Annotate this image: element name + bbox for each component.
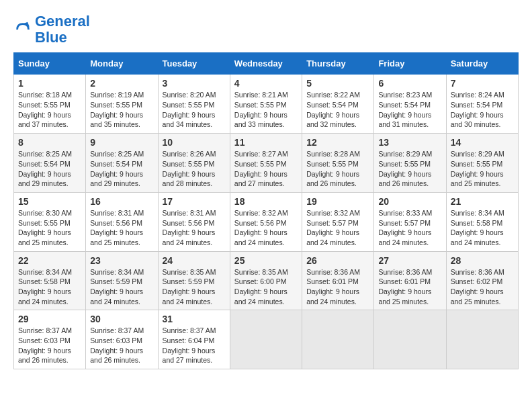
day-number: 8 bbox=[18, 137, 81, 148]
day-number: 20 bbox=[378, 196, 441, 207]
day-info: Sunrise: 8:36 AM Sunset: 6:01 PM Dayligh… bbox=[378, 267, 441, 307]
logo: General Blue bbox=[13, 13, 90, 46]
day-info: Sunrise: 8:26 AM Sunset: 5:55 PM Dayligh… bbox=[163, 149, 226, 189]
day-number: 29 bbox=[18, 314, 81, 324]
day-info: Sunrise: 8:34 AM Sunset: 5:58 PM Dayligh… bbox=[18, 267, 81, 307]
weekday-header: Thursday bbox=[302, 53, 374, 75]
calendar-day-cell: 1 Sunrise: 8:18 AM Sunset: 5:55 PM Dayli… bbox=[14, 75, 86, 134]
day-info: Sunrise: 8:22 AM Sunset: 5:54 PM Dayligh… bbox=[306, 90, 369, 130]
day-info: Sunrise: 8:36 AM Sunset: 6:02 PM Dayligh… bbox=[451, 267, 514, 307]
weekday-header: Sunday bbox=[14, 53, 86, 75]
weekday-header-row: SundayMondayTuesdayWednesdayThursdayFrid… bbox=[14, 53, 519, 75]
day-number: 18 bbox=[234, 196, 298, 207]
calendar-day-cell: 25 Sunrise: 8:35 AM Sunset: 6:00 PM Dayl… bbox=[230, 251, 302, 310]
calendar-day-cell: 29 Sunrise: 8:37 AM Sunset: 6:03 PM Dayl… bbox=[14, 310, 86, 369]
day-info: Sunrise: 8:21 AM Sunset: 5:55 PM Dayligh… bbox=[234, 90, 298, 130]
day-info: Sunrise: 8:32 AM Sunset: 5:57 PM Dayligh… bbox=[306, 208, 369, 248]
day-info: Sunrise: 8:20 AM Sunset: 5:55 PM Dayligh… bbox=[163, 90, 226, 130]
day-number: 7 bbox=[451, 78, 514, 89]
day-number: 26 bbox=[306, 255, 369, 266]
day-info: Sunrise: 8:31 AM Sunset: 5:56 PM Dayligh… bbox=[163, 208, 226, 248]
calendar-day-cell: 14 Sunrise: 8:29 AM Sunset: 5:55 PM Dayl… bbox=[446, 134, 518, 193]
day-number: 4 bbox=[234, 78, 298, 89]
day-info: Sunrise: 8:34 AM Sunset: 5:58 PM Dayligh… bbox=[451, 208, 514, 248]
day-number: 15 bbox=[18, 196, 81, 207]
day-number: 30 bbox=[90, 314, 153, 324]
day-info: Sunrise: 8:19 AM Sunset: 5:55 PM Dayligh… bbox=[90, 90, 153, 130]
day-info: Sunrise: 8:35 AM Sunset: 5:59 PM Dayligh… bbox=[163, 267, 226, 307]
calendar-day-cell: 20 Sunrise: 8:33 AM Sunset: 5:57 PM Dayl… bbox=[374, 192, 446, 251]
day-info: Sunrise: 8:37 AM Sunset: 6:03 PM Dayligh… bbox=[90, 326, 153, 365]
day-number: 12 bbox=[306, 137, 369, 148]
calendar-day-cell: 16 Sunrise: 8:31 AM Sunset: 5:56 PM Dayl… bbox=[86, 192, 158, 251]
day-info: Sunrise: 8:23 AM Sunset: 5:54 PM Dayligh… bbox=[378, 90, 441, 130]
calendar-day-cell: 13 Sunrise: 8:29 AM Sunset: 5:55 PM Dayl… bbox=[374, 134, 446, 193]
day-number: 13 bbox=[378, 137, 441, 148]
day-number: 11 bbox=[234, 137, 298, 148]
calendar-day-cell: 19 Sunrise: 8:32 AM Sunset: 5:57 PM Dayl… bbox=[302, 192, 374, 251]
day-info: Sunrise: 8:25 AM Sunset: 5:54 PM Dayligh… bbox=[90, 149, 153, 189]
logo-blue: Blue bbox=[35, 29, 67, 46]
day-number: 17 bbox=[163, 196, 226, 207]
calendar-day-cell: 2 Sunrise: 8:19 AM Sunset: 5:55 PM Dayli… bbox=[86, 75, 158, 134]
day-number: 21 bbox=[451, 196, 514, 207]
day-number: 5 bbox=[306, 78, 369, 89]
calendar-day-cell: 27 Sunrise: 8:36 AM Sunset: 6:01 PM Dayl… bbox=[374, 251, 446, 310]
day-number: 31 bbox=[163, 314, 226, 324]
calendar-day-cell: 3 Sunrise: 8:20 AM Sunset: 5:55 PM Dayli… bbox=[158, 75, 230, 134]
calendar-day-cell bbox=[446, 310, 518, 369]
calendar-day-cell: 17 Sunrise: 8:31 AM Sunset: 5:56 PM Dayl… bbox=[158, 192, 230, 251]
day-number: 3 bbox=[163, 78, 226, 89]
day-info: Sunrise: 8:27 AM Sunset: 5:55 PM Dayligh… bbox=[234, 149, 298, 189]
calendar-week-row: 22 Sunrise: 8:34 AM Sunset: 5:58 PM Dayl… bbox=[14, 251, 519, 310]
day-number: 16 bbox=[90, 196, 153, 207]
calendar-week-row: 15 Sunrise: 8:30 AM Sunset: 5:55 PM Dayl… bbox=[14, 192, 519, 251]
day-number: 22 bbox=[18, 255, 81, 266]
calendar-day-cell: 7 Sunrise: 8:24 AM Sunset: 5:54 PM Dayli… bbox=[446, 75, 518, 134]
calendar-day-cell bbox=[230, 310, 302, 369]
calendar-day-cell: 28 Sunrise: 8:36 AM Sunset: 6:02 PM Dayl… bbox=[446, 251, 518, 310]
logo-general: General bbox=[35, 13, 90, 30]
day-info: Sunrise: 8:29 AM Sunset: 5:55 PM Dayligh… bbox=[451, 149, 514, 189]
day-number: 1 bbox=[18, 78, 81, 89]
day-info: Sunrise: 8:32 AM Sunset: 5:56 PM Dayligh… bbox=[234, 208, 298, 248]
weekday-header: Tuesday bbox=[158, 53, 230, 75]
logo-icon bbox=[13, 20, 32, 39]
day-info: Sunrise: 8:24 AM Sunset: 5:54 PM Dayligh… bbox=[451, 90, 514, 130]
calendar-day-cell bbox=[302, 310, 374, 369]
calendar-day-cell: 4 Sunrise: 8:21 AM Sunset: 5:55 PM Dayli… bbox=[230, 75, 302, 134]
weekday-header: Monday bbox=[86, 53, 158, 75]
calendar-day-cell: 22 Sunrise: 8:34 AM Sunset: 5:58 PM Dayl… bbox=[14, 251, 86, 310]
day-info: Sunrise: 8:18 AM Sunset: 5:55 PM Dayligh… bbox=[18, 90, 81, 130]
calendar-day-cell: 26 Sunrise: 8:36 AM Sunset: 6:01 PM Dayl… bbox=[302, 251, 374, 310]
day-info: Sunrise: 8:29 AM Sunset: 5:55 PM Dayligh… bbox=[378, 149, 441, 189]
day-number: 6 bbox=[378, 78, 441, 89]
calendar-day-cell: 15 Sunrise: 8:30 AM Sunset: 5:55 PM Dayl… bbox=[14, 192, 86, 251]
calendar-day-cell: 9 Sunrise: 8:25 AM Sunset: 5:54 PM Dayli… bbox=[86, 134, 158, 193]
weekday-header: Wednesday bbox=[230, 53, 302, 75]
day-number: 28 bbox=[451, 255, 514, 266]
day-info: Sunrise: 8:35 AM Sunset: 6:00 PM Dayligh… bbox=[234, 267, 298, 307]
calendar-day-cell: 6 Sunrise: 8:23 AM Sunset: 5:54 PM Dayli… bbox=[374, 75, 446, 134]
calendar-day-cell: 8 Sunrise: 8:25 AM Sunset: 5:54 PM Dayli… bbox=[14, 134, 86, 193]
calendar-day-cell: 12 Sunrise: 8:28 AM Sunset: 5:55 PM Dayl… bbox=[302, 134, 374, 193]
day-number: 14 bbox=[451, 137, 514, 148]
calendar-day-cell: 23 Sunrise: 8:34 AM Sunset: 5:59 PM Dayl… bbox=[86, 251, 158, 310]
day-number: 23 bbox=[90, 255, 153, 266]
day-number: 27 bbox=[378, 255, 441, 266]
day-number: 9 bbox=[90, 137, 153, 148]
day-info: Sunrise: 8:36 AM Sunset: 6:01 PM Dayligh… bbox=[306, 267, 369, 307]
calendar-day-cell: 21 Sunrise: 8:34 AM Sunset: 5:58 PM Dayl… bbox=[446, 192, 518, 251]
day-number: 10 bbox=[163, 137, 226, 148]
day-number: 2 bbox=[90, 78, 153, 89]
header: General Blue bbox=[13, 13, 519, 46]
calendar-day-cell: 30 Sunrise: 8:37 AM Sunset: 6:03 PM Dayl… bbox=[86, 310, 158, 369]
calendar-day-cell: 24 Sunrise: 8:35 AM Sunset: 5:59 PM Dayl… bbox=[158, 251, 230, 310]
day-info: Sunrise: 8:28 AM Sunset: 5:55 PM Dayligh… bbox=[306, 149, 369, 189]
calendar-day-cell bbox=[374, 310, 446, 369]
calendar-day-cell: 10 Sunrise: 8:26 AM Sunset: 5:55 PM Dayl… bbox=[158, 134, 230, 193]
calendar-day-cell: 31 Sunrise: 8:37 AM Sunset: 6:04 PM Dayl… bbox=[158, 310, 230, 369]
calendar-week-row: 8 Sunrise: 8:25 AM Sunset: 5:54 PM Dayli… bbox=[14, 134, 519, 193]
calendar-week-row: 29 Sunrise: 8:37 AM Sunset: 6:03 PM Dayl… bbox=[14, 310, 519, 369]
day-number: 19 bbox=[306, 196, 369, 207]
